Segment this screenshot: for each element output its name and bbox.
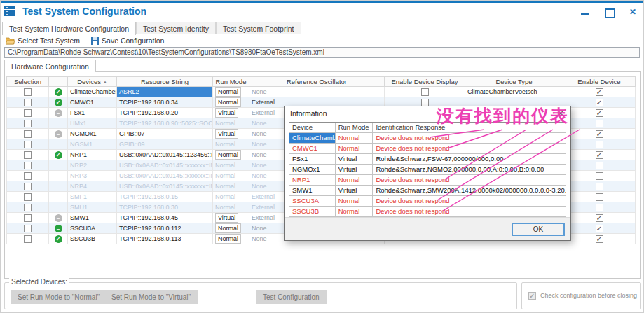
resource-string-cell[interactable]: TCPIP::192.168.0.30 — [117, 202, 213, 213]
resource-string-cell[interactable]: GPIB::07 — [117, 129, 213, 139]
resource-string-cell[interactable]: USB::0x0AAD::0x0145::xxxxxx::INSTR — [117, 160, 213, 171]
maximize-button[interactable] — [604, 8, 614, 16]
ok-button[interactable]: OK — [512, 223, 565, 236]
resource-string-cell[interactable]: USB::0x0AAD::0x0145::xxxxxx::INSTR — [117, 181, 213, 192]
selection-checkbox[interactable] — [24, 193, 32, 201]
selection-checkbox[interactable] — [24, 235, 32, 243]
dialog-row[interactable]: SSCU3ANormalDevice does not respond — [289, 196, 566, 207]
run-mode-dropdown[interactable]: Virtual — [215, 129, 238, 139]
tab-hardware-configuration[interactable]: Test System Hardware Configuration — [2, 22, 136, 35]
check-configuration-checkbox[interactable] — [528, 292, 536, 300]
column-header-reference-oscillator[interactable]: Reference Oscillator — [249, 76, 385, 87]
column-header-device-type[interactable]: Device Type — [465, 76, 563, 87]
dialog-row[interactable]: FSx1VirtualRohde&Schwarz,FSW-67,000000/0… — [289, 154, 566, 165]
run-mode-dropdown[interactable]: Normal — [215, 234, 241, 244]
table-row[interactable]: ✓ClimateChamberASRL2NormalNoneClimateCha… — [6, 87, 636, 97]
set-run-mode-normal-button[interactable]: Set Run Mode to "Normal" — [11, 290, 107, 304]
column-header-resource-string[interactable]: Resource String — [117, 76, 213, 87]
selection-checkbox[interactable] — [24, 130, 32, 138]
dialog-row[interactable]: ClimateChamberNormalDevice does not resp… — [289, 133, 566, 144]
dialog-row[interactable]: SMW1VirtualRohde&Schwarz,SMW200A,1412.00… — [289, 186, 566, 196]
enable-device-display-checkbox[interactable] — [421, 88, 429, 96]
minimize-button[interactable] — [580, 8, 590, 16]
resource-string-cell[interactable]: TCPIP::192.168.0.34 — [117, 97, 213, 108]
selection-checkbox[interactable] — [24, 109, 32, 117]
select-test-system-button[interactable]: Select Test System — [6, 36, 80, 45]
run-mode-cell[interactable]: Normal — [213, 139, 249, 150]
dialog-row[interactable]: NGMOx1VirtualRohde&Schwarz,NGMO2,000000,… — [289, 165, 566, 175]
resource-string-cell[interactable]: ASRL2 — [117, 87, 213, 97]
enable-device-checkbox[interactable] — [596, 235, 603, 243]
dialog-row[interactable]: SSCU3BNormalDevice does not respond — [289, 207, 566, 217]
column-header-selection[interactable]: Selection — [6, 76, 49, 87]
selection-checkbox[interactable] — [24, 99, 32, 106]
enable-device-checkbox[interactable] — [596, 162, 603, 169]
run-mode-cell[interactable]: Normal — [213, 160, 249, 171]
column-header-enable-device[interactable]: Enable Device — [563, 76, 636, 87]
run-mode-cell[interactable]: Normal — [213, 181, 249, 192]
enable-device-checkbox[interactable] — [596, 214, 603, 222]
run-mode-dropdown[interactable]: Normal — [215, 223, 241, 233]
run-mode-cell[interactable]: Normal — [213, 171, 249, 181]
run-mode-cell[interactable]: Virtual — [213, 129, 249, 139]
selection-checkbox[interactable] — [24, 151, 32, 159]
enable-device-checkbox[interactable] — [596, 99, 603, 106]
run-mode-cell[interactable]: Normal — [213, 118, 249, 129]
run-mode-dropdown[interactable]: Virtual — [215, 213, 238, 223]
resource-string-cell[interactable]: TCPIP::192.168.0.90::5025::SOCKET — [117, 118, 213, 129]
enable-device-checkbox[interactable] — [596, 109, 603, 117]
selection-checkbox[interactable] — [24, 204, 32, 211]
run-mode-cell[interactable]: Normal — [213, 234, 249, 244]
dialog-row[interactable]: CMWC1NormalDevice does not respond — [289, 144, 566, 154]
enable-device-checkbox[interactable] — [596, 88, 603, 96]
selection-checkbox[interactable] — [24, 162, 32, 169]
resource-string-cell[interactable]: GPIB::09 — [117, 139, 213, 150]
run-mode-dropdown[interactable]: Normal — [215, 87, 241, 97]
selection-checkbox[interactable] — [24, 225, 32, 232]
run-mode-dropdown[interactable]: Normal — [215, 97, 241, 107]
resource-string-cell[interactable]: TCPIP::192.168.0.112 — [117, 223, 213, 234]
config-path-field[interactable]: C:\ProgramData\Rohde-Schwarz\Contest\10\… — [4, 47, 640, 58]
resource-string-cell[interactable]: USB::0x0AAD::0x0145::xxxxxx::INSTR — [117, 171, 213, 181]
dialog-row[interactable]: NRP1NormalDevice does not respond — [289, 175, 566, 186]
run-mode-cell[interactable]: Normal — [213, 202, 249, 213]
resource-string-cell[interactable]: TCPIP::192.168.0.113 — [117, 234, 213, 244]
resource-string-cell[interactable]: TCPIP::192.168.0.20 — [117, 108, 213, 118]
run-mode-dropdown[interactable]: Normal — [215, 150, 241, 160]
enable-device-checkbox[interactable] — [596, 120, 603, 127]
save-configuration-button[interactable]: Save Configuration — [91, 36, 164, 45]
run-mode-cell[interactable]: Normal — [213, 223, 249, 234]
selection-checkbox[interactable] — [24, 172, 32, 180]
enable-device-checkbox[interactable] — [596, 183, 603, 190]
close-button[interactable]: ✕ — [628, 8, 638, 16]
run-mode-cell[interactable]: Virtual — [213, 213, 249, 223]
enable-device-checkbox[interactable] — [596, 225, 603, 232]
selection-checkbox[interactable] — [24, 141, 32, 148]
resource-string-cell[interactable]: TCPIP::192.168.0.45 — [117, 213, 213, 223]
enable-device-display-checkbox[interactable] — [421, 99, 429, 106]
sub-tab-hardware-configuration[interactable]: Hardware Configuration — [4, 60, 96, 72]
test-configuration-button[interactable]: Test Configuration — [256, 290, 327, 304]
enable-device-checkbox[interactable] — [596, 141, 603, 148]
enable-device-checkbox[interactable] — [596, 204, 603, 211]
selection-checkbox[interactable] — [24, 120, 32, 127]
run-mode-cell[interactable]: Normal — [213, 87, 249, 97]
column-header-status[interactable] — [49, 76, 68, 87]
column-header-enable-device-display[interactable]: Enable Device Display — [385, 76, 465, 87]
tab-system-footprint[interactable]: Test System Footprint — [216, 22, 301, 34]
enable-device-checkbox[interactable] — [596, 172, 603, 180]
resource-string-cell[interactable]: USB::0x0AAD::0x0145::123456::INSTR — [117, 150, 213, 160]
enable-device-checkbox[interactable] — [596, 193, 603, 201]
selection-checkbox[interactable] — [24, 183, 32, 190]
run-mode-cell[interactable]: Normal — [213, 97, 249, 108]
selection-checkbox[interactable] — [24, 214, 32, 222]
enable-device-checkbox[interactable] — [596, 130, 603, 138]
column-header-devices[interactable]: Devices▲ — [68, 76, 117, 87]
selection-checkbox[interactable] — [24, 88, 32, 96]
column-header-run-mode[interactable]: Run Mode — [213, 76, 249, 87]
enable-device-checkbox[interactable] — [596, 151, 603, 159]
run-mode-cell[interactable]: Normal — [213, 192, 249, 202]
tab-system-identity[interactable]: Test System Identity — [136, 22, 216, 34]
run-mode-cell[interactable]: Normal — [213, 150, 249, 160]
run-mode-cell[interactable]: Virtual — [213, 108, 249, 118]
